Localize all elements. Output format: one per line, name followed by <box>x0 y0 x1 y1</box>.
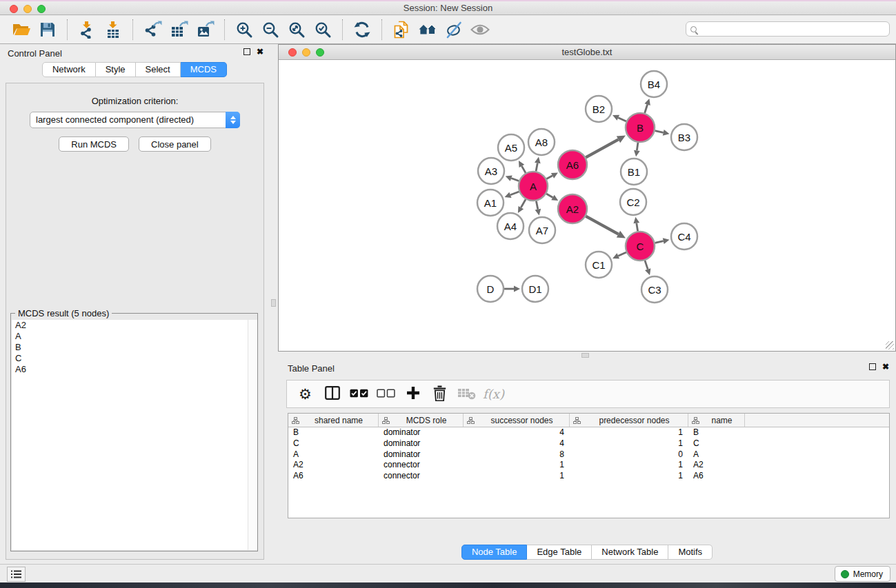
graph-node-A1[interactable]: A1 <box>477 190 504 216</box>
graph-node-B4[interactable]: B4 <box>641 71 667 97</box>
edge-A6-B[interactable] <box>586 139 618 157</box>
new-network-from-selection-button[interactable] <box>388 18 415 41</box>
graph-node-B1[interactable]: B1 <box>621 159 647 185</box>
tab-edge-table[interactable]: Edge Table <box>527 545 592 560</box>
close-panel-icon[interactable]: ✖ <box>257 48 263 55</box>
export-network-button[interactable] <box>139 18 166 41</box>
task-history-button[interactable] <box>7 567 26 582</box>
zoom-out-button[interactable] <box>257 18 283 41</box>
tab-node-table[interactable]: Node Table <box>461 545 528 560</box>
show-columns-button[interactable] <box>319 383 345 405</box>
table-cell[interactable]: 1 <box>570 438 688 449</box>
zoom-fit-button[interactable] <box>283 18 310 41</box>
graph-node-B3[interactable]: B3 <box>671 124 697 150</box>
edge-A-A3[interactable] <box>511 179 519 181</box>
result-scrollbar[interactable] <box>248 320 257 550</box>
graph-node-A7[interactable]: A7 <box>529 217 555 243</box>
tab-network[interactable]: Network <box>42 62 96 77</box>
table-row[interactable]: Adominator80A <box>288 449 889 460</box>
table-row[interactable]: Cdominator41C <box>288 438 889 449</box>
close-panel-button[interactable]: Close panel <box>139 136 211 152</box>
graph-node-A4[interactable]: A4 <box>497 213 524 239</box>
float-panel-icon[interactable] <box>243 48 250 55</box>
table-row[interactable]: A2connector11A2 <box>288 460 889 471</box>
table-cell[interactable]: 8 <box>464 449 570 460</box>
minimize-view-button[interactable] <box>302 48 310 57</box>
table-cell[interactable]: A2 <box>688 460 745 471</box>
memory-button[interactable]: Memory <box>835 566 890 582</box>
graph-node-C[interactable]: C <box>626 232 655 261</box>
table-settings-button[interactable]: ⚙ <box>292 383 318 405</box>
graph-node-C4[interactable]: C4 <box>671 223 697 250</box>
table-cell[interactable]: B <box>688 427 745 438</box>
tab-network-table[interactable]: Network Table <box>592 545 668 560</box>
edge-B-B4[interactable] <box>645 105 648 113</box>
graph-node-A6[interactable]: A6 <box>558 150 587 179</box>
tab-motifs[interactable]: Motifs <box>668 545 713 560</box>
graph-node-C3[interactable]: C3 <box>641 276 668 303</box>
table-cell[interactable]: 0 <box>570 449 688 460</box>
maximize-view-button[interactable] <box>316 48 324 57</box>
result-item-c[interactable]: C <box>12 353 257 364</box>
table-cell[interactable]: 4 <box>464 427 570 438</box>
edge-C-C2[interactable] <box>637 223 638 232</box>
column-header-shared-name[interactable]: shared name <box>288 414 379 427</box>
column-header-successor-nodes[interactable]: successor nodes <box>464 414 570 427</box>
network-canvas[interactable]: B4B2BB3A8A5A6A3B1AA1C2A2A4A7C4CC1DD1C3 <box>279 61 895 351</box>
tab-select[interactable]: Select <box>136 62 181 77</box>
graph-node-B[interactable]: B <box>626 113 655 142</box>
edge-A2-C[interactable] <box>586 216 618 234</box>
edge-A-A8[interactable] <box>536 163 537 171</box>
table-cell[interactable]: connector <box>379 471 464 482</box>
column-header-predecessor-nodes[interactable]: predecessor nodes <box>570 414 688 427</box>
network-window-titlebar[interactable]: testGlobe.txt <box>279 45 895 60</box>
table-cell[interactable]: 1 <box>570 471 688 482</box>
hide-graphics-details-button[interactable] <box>441 18 467 41</box>
table-cell[interactable]: connector <box>379 460 464 471</box>
table-cell[interactable]: A6 <box>688 471 745 482</box>
function-builder-button[interactable]: f(x) <box>481 383 506 405</box>
edge-A-A1[interactable] <box>510 192 519 195</box>
tab-mcds[interactable]: MCDS <box>181 62 227 77</box>
edge-A-A5[interactable] <box>521 166 526 173</box>
graph-node-A[interactable]: A <box>519 172 548 201</box>
zoom-selected-button[interactable] <box>310 18 336 41</box>
table-cell[interactable]: A6 <box>288 471 379 482</box>
show-view-button[interactable] <box>467 18 493 41</box>
window-resize-grip[interactable] <box>886 341 894 349</box>
table-cell[interactable]: 1 <box>570 460 688 471</box>
edge-B-B3[interactable] <box>655 131 663 133</box>
float-table-panel-icon[interactable] <box>869 363 876 370</box>
refresh-view-button[interactable] <box>349 18 375 41</box>
search-input[interactable] <box>697 23 889 35</box>
delete-entry-button[interactable] <box>427 383 452 405</box>
table-cell[interactable]: A <box>288 449 379 460</box>
column-header-MCDS-role[interactable]: MCDS role <box>379 414 464 427</box>
result-item-a6[interactable]: A6 <box>12 364 257 375</box>
export-table-button[interactable] <box>166 18 192 41</box>
splitter-handle[interactable] <box>271 299 276 307</box>
table-cell[interactable]: dominator <box>379 427 464 438</box>
table-cell[interactable]: C <box>288 438 379 449</box>
table-cell[interactable]: 4 <box>464 438 570 449</box>
vertical-splitter[interactable] <box>269 44 278 564</box>
edge-C-C4[interactable] <box>655 241 663 243</box>
graph-node-A8[interactable]: A8 <box>528 129 555 155</box>
import-table-button[interactable] <box>100 18 126 41</box>
network-graph[interactable]: B4B2BB3A8A5A6A3B1AA1C2A2A4A7C4CC1DD1C3 <box>279 61 895 351</box>
close-table-panel-icon[interactable]: ✖ <box>882 363 889 370</box>
edge-C-C1[interactable] <box>618 252 626 256</box>
edge-B-B1[interactable] <box>637 143 638 151</box>
table-cell[interactable]: A <box>688 449 745 460</box>
table-cell[interactable]: dominator <box>379 438 464 449</box>
horizontal-splitter-handle[interactable] <box>581 353 589 358</box>
edge-B-B2[interactable] <box>618 118 626 121</box>
delete-table-button[interactable] <box>454 383 479 405</box>
graph-node-A5[interactable]: A5 <box>498 134 524 161</box>
result-item-b[interactable]: B <box>12 342 257 353</box>
table-cell[interactable]: 1 <box>570 427 688 438</box>
close-view-button[interactable] <box>288 48 297 57</box>
table-cell[interactable]: dominator <box>379 449 464 460</box>
graph-node-D[interactable]: D <box>477 276 504 302</box>
graph-node-A2[interactable]: A2 <box>558 194 587 223</box>
